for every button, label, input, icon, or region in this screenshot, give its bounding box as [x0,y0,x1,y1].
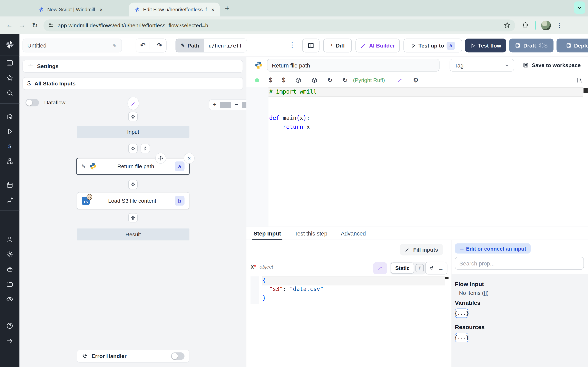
sidebar-item-workers[interactable] [0,262,20,277]
tab-close-icon[interactable]: × [210,6,216,13]
browser-menu-kebab-icon[interactable]: ⋮ [556,21,562,29]
draft-shortcut: ⌘S [539,42,548,48]
sidebar-item-search[interactable] [0,85,20,100]
error-handler-row[interactable]: Error Handler [77,350,190,363]
back-icon[interactable]: ← [3,21,16,29]
save-to-workspace-button[interactable]: Save to workspace [523,62,581,68]
move-step-handle[interactable] [155,153,166,164]
dollar-icon[interactable]: $ [269,77,272,83]
gear-icon[interactable]: ⚙ [413,76,419,84]
connect-input-group[interactable]: → [425,262,447,275]
sidebar-item-schedules[interactable] [0,178,20,192]
sidebar-item-audit[interactable] [0,292,20,307]
sidebar-item-favorites[interactable] [0,70,20,85]
package-icon[interactable] [295,77,301,83]
object-explorer-chip[interactable]: {...} [455,333,468,342]
delete-step-button[interactable]: × [184,153,195,164]
sidebar-item-variables[interactable]: $ [0,139,20,154]
browser-tab-inactive[interactable]: New Script | Windmill × [33,3,125,17]
flow-result-node[interactable]: Result [77,228,190,240]
step-name-input[interactable]: Return file path [267,59,440,71]
fill-inputs-button[interactable]: Fill inputs [400,244,443,256]
flow-input-node[interactable]: Input [77,126,190,138]
sidebar-item-collapse[interactable] [0,333,20,348]
more-options-kebab-icon[interactable]: ⋮ [289,41,295,49]
step-node-b[interactable]: TS Load S3 file content b [77,192,190,209]
prop-section-title: Variables [455,300,588,306]
extensions-puzzle-icon[interactable] [522,22,529,29]
code-editor[interactable]: # import wmill def main(x): return x [246,87,588,226]
settings-button[interactable]: Settings [22,60,243,73]
sidebar-item-help[interactable] [0,318,20,333]
diff-button[interactable]: ± Diff [323,39,352,52]
refresh-icon[interactable]: ↻ [327,76,333,84]
dollar-icon[interactable]: $ [282,77,285,83]
docs-button[interactable] [302,39,319,52]
zoom-out-button[interactable]: − [231,101,242,108]
tab-title: New Script | Windmill [47,7,95,12]
path-editor[interactable]: ✎Path u/henri/eff [176,39,247,52]
json-scrollbar[interactable] [445,277,448,279]
package-icon[interactable] [311,77,318,83]
redo-icon[interactable]: ↷ [153,42,166,50]
flow-name-field[interactable]: Untitled ✎ [22,39,122,52]
emoji-face-icon [86,194,92,200]
test-up-to-button[interactable]: Test up to a [403,39,462,52]
sidebar-item-folders[interactable] [0,277,20,292]
browser-profile-chevron[interactable] [574,1,585,14]
search-prop-input[interactable]: Search prop... [455,257,584,269]
add-step-button[interactable] [128,180,138,189]
error-handler-toggle[interactable] [171,352,185,360]
windmill-logo[interactable] [0,34,20,55]
tag-select[interactable]: Tag [450,59,514,71]
tab-step-input[interactable]: Step Input [254,227,281,240]
refresh-icon[interactable]: ↻ [342,76,348,84]
profile-divider [535,21,536,29]
json-arg-editor[interactable]: { "s3": "data.csv"} [251,276,449,304]
forward-icon[interactable]: → [16,21,28,29]
sidebar-item-runs[interactable] [0,124,20,139]
add-step-button[interactable] [128,213,138,222]
sidebar-item-settings[interactable] [0,247,20,262]
browser-tab-active[interactable]: Edit Flow u/henri/effortless_fl × [129,3,220,17]
edit-pencil-icon[interactable]: ✎ [113,42,117,48]
all-static-inputs-button[interactable]: $ All Static Inputs [22,77,243,90]
sidebar-item-resources[interactable] [0,154,20,169]
ai-builder-button[interactable]: AI Builder [355,39,400,52]
sidebar-item-routes[interactable] [0,192,20,207]
ai-fill-button[interactable] [373,262,387,274]
javascript-expr-button[interactable]: ƒ [415,264,424,272]
add-step-button[interactable] [128,112,138,121]
editor-scrollbar[interactable] [584,88,588,93]
edit-or-connect-chip[interactable]: ← Edit or connect an input [455,243,531,254]
magic-wand-icon[interactable] [397,77,403,83]
sidebar-item-home[interactable] [0,109,20,124]
new-tab-button[interactable]: + [225,4,229,13]
library-icon[interactable] [576,77,583,83]
bookmark-star-icon[interactable] [504,22,511,29]
object-explorer-chip[interactable]: {...} [455,309,468,318]
test-flow-button[interactable]: Test flow [465,39,506,52]
tab-title: Edit Flow u/henri/effortless_fl [143,7,207,12]
reload-icon[interactable]: ↻ [29,21,41,29]
avatar[interactable] [541,20,551,30]
tab-advanced[interactable]: Advanced [341,227,366,240]
deploy-button[interactable]: Deploy [557,39,588,52]
undo-icon[interactable]: ↶ [136,42,150,50]
dataflow-toggle[interactable] [26,99,39,106]
sidebar-item-users[interactable] [0,232,20,247]
static-mode-button[interactable]: Static [391,263,414,274]
draft-button[interactable]: Draft ⌘S [509,39,553,52]
edit-pencil-icon[interactable]: ✎ [81,163,86,169]
tab-close-icon[interactable]: × [98,6,104,13]
add-step-button[interactable] [128,144,138,153]
static-label: Static [395,265,410,271]
trigger-bolt-button[interactable] [141,144,150,153]
zoom-in-button[interactable]: + [209,101,220,108]
tab-test-this-step[interactable]: Test this step [294,227,327,240]
address-bar[interactable]: app.windmill.dev/flows/edit/u/henri/effo… [43,19,515,31]
step-node-a[interactable]: ✎ Return file path a [76,158,190,175]
ai-flow-button[interactable] [127,97,139,110]
lint-status: (Pyright Ruff) [353,77,385,83]
sidebar-item-apps[interactable] [0,55,20,70]
